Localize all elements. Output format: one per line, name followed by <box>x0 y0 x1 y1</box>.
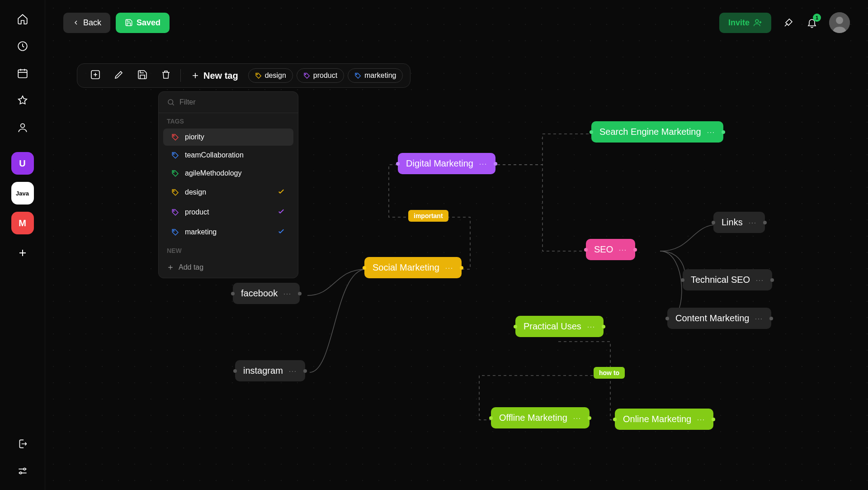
sidebar: U Java M <box>0 0 45 490</box>
saved-label: Saved <box>137 18 160 28</box>
dd-item-label: teamCollaboration <box>185 151 244 159</box>
filter-input[interactable] <box>179 98 290 106</box>
node-label: Links <box>722 217 743 228</box>
dd-item-marketing[interactable]: marketing <box>163 223 293 242</box>
svg-point-18 <box>173 230 174 231</box>
dd-item-teamCollaboration[interactable]: teamCollaboration <box>163 147 293 164</box>
node-search-engine-marketing[interactable]: Search Engine Marketing⋯ <box>591 121 723 143</box>
check-icon <box>277 207 285 217</box>
node-label: Offline Marketing <box>499 413 567 423</box>
svg-point-12 <box>168 100 173 105</box>
dd-item-product[interactable]: product <box>163 203 293 222</box>
invite-label: Invite <box>728 18 750 28</box>
node-seo[interactable]: SEO⋯ <box>586 239 635 260</box>
dd-item-label: product <box>185 208 209 216</box>
node-label: Search Engine Marketing <box>599 127 701 137</box>
node-digital-marketing[interactable]: Digital Marketing⋯ <box>398 153 495 174</box>
node-online-marketing[interactable]: Online Marketing⋯ <box>615 409 713 430</box>
node-label: facebook <box>241 288 278 299</box>
dd-item-agileMethodology[interactable]: agileMethodology <box>163 165 293 182</box>
node-label: Technical SEO <box>691 275 750 285</box>
svg-point-15 <box>173 171 174 172</box>
node-social-marketing[interactable]: Social Marketing⋯ <box>364 257 462 278</box>
dd-item-label: piority <box>185 133 204 141</box>
home-icon[interactable] <box>16 13 29 25</box>
svg-point-16 <box>173 190 174 191</box>
svg-point-3 <box>24 468 25 470</box>
filter-search[interactable] <box>159 92 298 113</box>
node-offline-marketing[interactable]: Offline Marketing⋯ <box>491 407 590 428</box>
tag-chip-label: marketing <box>364 71 396 80</box>
svg-point-7 <box>836 17 843 24</box>
node-practical-uses[interactable]: Practical Uses⋯ <box>515 316 604 337</box>
svg-rect-1 <box>18 70 27 77</box>
svg-point-14 <box>173 153 174 154</box>
node-label: Online Marketing <box>623 414 691 424</box>
workspace-tile-m[interactable]: M <box>11 212 34 234</box>
add-tag-label: Add tag <box>179 263 203 271</box>
edge-label-how-to[interactable]: how to <box>594 367 625 379</box>
tag-chip-label: design <box>265 71 286 80</box>
check-icon <box>277 227 285 237</box>
bell-icon[interactable]: 1 <box>806 16 818 29</box>
svg-point-11 <box>356 74 357 75</box>
node-label: Content Marketing <box>675 313 749 323</box>
save-icon[interactable] <box>137 69 148 82</box>
dd-item-label: marketing <box>185 228 217 236</box>
user-icon[interactable] <box>16 121 29 134</box>
dd-section-tags: TAGS <box>159 113 298 128</box>
new-tag-label: New tag <box>203 71 238 81</box>
node-instagram[interactable]: instagram⋯ <box>235 360 305 381</box>
clock-icon[interactable] <box>16 40 29 52</box>
back-label: Back <box>83 18 101 28</box>
new-tag-button[interactable]: New tag <box>184 71 245 81</box>
node-label: SEO <box>594 244 613 255</box>
back-button[interactable]: Back <box>63 13 110 33</box>
star-icon[interactable] <box>16 94 29 107</box>
calendar-icon[interactable] <box>16 67 29 80</box>
svg-point-9 <box>256 74 257 75</box>
svg-point-13 <box>173 135 174 136</box>
invite-button[interactable]: Invite <box>719 13 771 33</box>
trash-icon[interactable] <box>160 69 171 82</box>
svg-point-17 <box>173 210 174 211</box>
avatar[interactable] <box>829 12 850 33</box>
tag-chip-marketing[interactable]: marketing <box>348 68 403 83</box>
node-label: instagram <box>243 366 283 376</box>
add-node-icon[interactable] <box>90 69 101 82</box>
workspace-tile-u[interactable]: U <box>11 152 34 175</box>
tag-dropdown: TAGS piorityteamCollaborationagileMethod… <box>158 91 298 278</box>
node-label: Social Marketing <box>373 262 439 273</box>
dd-item-piority[interactable]: piority <box>163 128 293 146</box>
check-icon <box>277 187 285 197</box>
add-tag-button[interactable]: Add tag <box>159 257 298 278</box>
svg-point-5 <box>755 19 759 23</box>
svg-point-4 <box>19 472 21 474</box>
topbar: Back Saved Invite 1 <box>45 0 868 45</box>
svg-point-10 <box>305 74 306 75</box>
dd-item-design[interactable]: design <box>163 183 293 202</box>
tag-chip-product[interactable]: product <box>297 68 344 83</box>
toolbar-separator <box>180 69 181 82</box>
node-links[interactable]: Links⋯ <box>713 212 765 233</box>
tag-chip-label: product <box>313 71 337 80</box>
dd-section-new: NEW <box>159 243 298 257</box>
saved-button[interactable]: Saved <box>116 13 170 33</box>
notif-badge: 1 <box>813 14 821 22</box>
brush-icon[interactable] <box>782 16 795 29</box>
svg-point-2 <box>20 124 24 128</box>
node-label: Practical Uses <box>524 321 581 332</box>
tag-chip-design[interactable]: design <box>248 68 293 83</box>
node-content-marketing[interactable]: Content Marketing⋯ <box>667 308 771 329</box>
node-label: Digital Marketing <box>406 158 473 169</box>
edge-label-important[interactable]: important <box>408 210 448 222</box>
pencil-icon[interactable] <box>113 69 124 82</box>
node-facebook[interactable]: facebook⋯ <box>233 283 300 304</box>
node-technical-seo[interactable]: Technical SEO⋯ <box>683 269 772 290</box>
logout-icon[interactable] <box>16 438 29 450</box>
workspace-tile-java[interactable]: Java <box>11 182 34 205</box>
settings-sliders-icon[interactable] <box>16 465 29 477</box>
dd-item-label: agileMethodology <box>185 169 241 177</box>
dd-item-label: design <box>185 188 206 196</box>
add-workspace-button[interactable] <box>11 242 34 264</box>
